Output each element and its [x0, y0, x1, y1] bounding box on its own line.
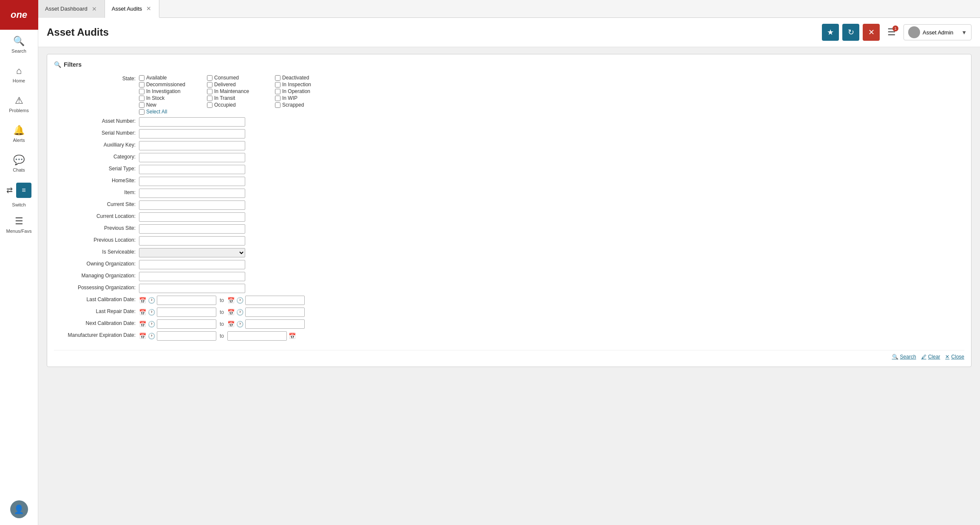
auxiliary-key-input[interactable]	[139, 141, 245, 150]
sidebar-item-label: Search	[11, 48, 26, 54]
is-serviceable-select[interactable]	[139, 248, 245, 257]
last-calibration-date-to-input[interactable]	[245, 296, 305, 305]
next-calibration-date-clock-to-icon[interactable]: 🕐	[236, 321, 244, 327]
owning-organization-control-area	[139, 260, 964, 269]
tab-close-asset-dashboard[interactable]: ✕	[91, 6, 98, 12]
cb-in-maintenance-input[interactable]	[207, 89, 212, 94]
last-repair-date-calendar-from-icon[interactable]: 📅	[139, 309, 146, 316]
last-calibration-date-clock-from-icon[interactable]: 🕐	[148, 297, 155, 304]
search-button[interactable]: 🔍 Search	[892, 354, 916, 360]
close-footer-button[interactable]: ✕ Close	[945, 354, 964, 360]
serial-type-row: Serial Type:	[54, 165, 964, 174]
cb-in-stock-input[interactable]	[139, 96, 144, 101]
sidebar-item-home[interactable]: ⌂ Home	[0, 59, 38, 89]
cb-select-all[interactable]: Select All	[139, 109, 207, 115]
switch-icon: ⇄	[6, 186, 13, 195]
manufacturer-expiration-date-calendar-from-icon[interactable]: 📅	[139, 333, 146, 339]
homesite-input[interactable]	[139, 177, 245, 186]
cb-in-transit[interactable]: In Transit	[207, 95, 275, 101]
cb-in-operation-input[interactable]	[275, 89, 280, 94]
cb-available-input[interactable]	[139, 75, 144, 81]
cb-delivered-input[interactable]	[207, 82, 212, 88]
last-repair-date-clock-from-icon[interactable]: 🕐	[148, 309, 155, 316]
clear-button[interactable]: 🖉 Clear	[921, 354, 940, 360]
possessing-organization-input[interactable]	[139, 284, 245, 293]
last-calibration-date-calendar-from-icon[interactable]: 📅	[139, 297, 146, 304]
tab-close-asset-audits[interactable]: ✕	[145, 5, 152, 12]
cb-in-stock[interactable]: In Stock	[139, 95, 207, 101]
previous-site-input[interactable]	[139, 224, 245, 234]
manufacturer-expiration-date-clock-from-icon[interactable]: 🕐	[148, 333, 155, 339]
cb-consumed[interactable]: Consumed	[207, 75, 275, 81]
cb-new[interactable]: New	[139, 102, 207, 108]
cb-available[interactable]: Available	[139, 75, 207, 81]
serial-type-label: Serial Type:	[54, 165, 139, 172]
refresh-button[interactable]: ↻	[842, 24, 859, 41]
close-button[interactable]: ✕	[863, 24, 880, 41]
last-calibration-date-calendar-to-icon[interactable]: 📅	[227, 297, 235, 304]
next-calibration-date-to-input[interactable]	[245, 319, 305, 329]
serial-type-input[interactable]	[139, 165, 245, 174]
cb-delivered[interactable]: Delivered	[207, 82, 275, 88]
cb-scrapped-input[interactable]	[275, 102, 280, 108]
last-calibration-date-clock-to-icon[interactable]: 🕐	[236, 297, 244, 304]
menu-button[interactable]: ☰ 1	[883, 24, 900, 41]
last-repair-date-to-input[interactable]	[245, 308, 305, 317]
category-control-area	[139, 153, 964, 162]
sidebar-item-chats[interactable]: 💬 Chats	[0, 149, 38, 178]
favorite-button[interactable]: ★	[822, 24, 839, 41]
tab-asset-dashboard[interactable]: Asset Dashboard ✕	[38, 0, 105, 18]
manufacturer-expiration-date-from-input[interactable]	[157, 331, 216, 341]
sidebar-item-search[interactable]: 🔍 Search	[0, 30, 38, 59]
user-dropdown[interactable]: Asset Admin ▼	[904, 24, 972, 40]
item-input[interactable]	[139, 189, 245, 198]
sidebar-item-alerts[interactable]: 🔔 Alerts	[0, 119, 38, 149]
cb-occupied[interactable]: Occupied	[207, 102, 275, 108]
last-repair-date-calendar-to-icon[interactable]: 📅	[227, 309, 235, 316]
cb-decommissioned-input[interactable]	[139, 82, 144, 88]
last-calibration-date-from-input[interactable]	[157, 296, 216, 305]
cb-decommissioned[interactable]: Decommissioned	[139, 82, 207, 88]
cb-new-input[interactable]	[139, 102, 144, 108]
cb-in-investigation[interactable]: In Investigation	[139, 88, 207, 94]
manufacturer-expiration-date-to-input[interactable]	[227, 331, 287, 341]
cb-deactivated[interactable]: Deactivated	[275, 75, 343, 81]
cb-in-inspection[interactable]: In Inspection	[275, 82, 343, 88]
next-calibration-date-from-input[interactable]	[157, 319, 216, 329]
cb-in-operation[interactable]: In Operation	[275, 88, 343, 94]
sidebar-item-problems[interactable]: ⚠ Problems	[0, 89, 38, 119]
user-avatar[interactable]: 👤	[10, 500, 28, 518]
manufacturer-expiration-date-calendar-to-icon[interactable]: 📅	[289, 333, 296, 339]
cb-occupied-input[interactable]	[207, 102, 212, 108]
next-calibration-date-calendar-to-icon[interactable]: 📅	[227, 321, 235, 327]
next-calibration-date-clock-from-icon[interactable]: 🕐	[148, 321, 155, 327]
owning-organization-input[interactable]	[139, 260, 245, 269]
last-repair-date-from-input[interactable]	[157, 308, 216, 317]
cb-in-wip-input[interactable]	[275, 96, 280, 101]
managing-organization-input[interactable]	[139, 272, 245, 281]
cb-in-transit-input[interactable]	[207, 96, 212, 101]
select-all-link[interactable]: Select All	[146, 109, 167, 115]
cb-consumed-input[interactable]	[207, 75, 212, 81]
asset-number-input[interactable]	[139, 117, 245, 127]
cb-deactivated-input[interactable]	[275, 75, 280, 81]
current-site-input[interactable]	[139, 200, 245, 210]
serial-number-input[interactable]	[139, 129, 245, 138]
previous-location-input[interactable]	[139, 236, 245, 246]
managing-organization-control-area	[139, 272, 964, 281]
tab-asset-audits[interactable]: Asset Audits ✕	[105, 0, 160, 18]
manufacturer-expiration-date-row: Manufacturer Expiration Date:📅🕐to📅	[54, 331, 964, 341]
cb-scrapped[interactable]: Scrapped	[275, 102, 343, 108]
cb-select-all-input[interactable]	[139, 109, 144, 115]
category-input[interactable]	[139, 153, 245, 162]
sidebar-item-switch[interactable]: ⇄ ≡	[0, 178, 38, 202]
current-location-input[interactable]	[139, 212, 245, 222]
cb-in-inspection-input[interactable]	[275, 82, 280, 88]
is-serviceable-row: Is Serviceable:	[54, 248, 964, 257]
sidebar-item-menus[interactable]: ☰ Menus/Favs	[0, 210, 38, 240]
cb-in-maintenance[interactable]: In Maintenance	[207, 88, 275, 94]
last-repair-date-clock-to-icon[interactable]: 🕐	[236, 309, 244, 316]
next-calibration-date-calendar-from-icon[interactable]: 📅	[139, 321, 146, 327]
cb-in-wip[interactable]: In WIP	[275, 95, 343, 101]
cb-in-investigation-input[interactable]	[139, 89, 144, 94]
